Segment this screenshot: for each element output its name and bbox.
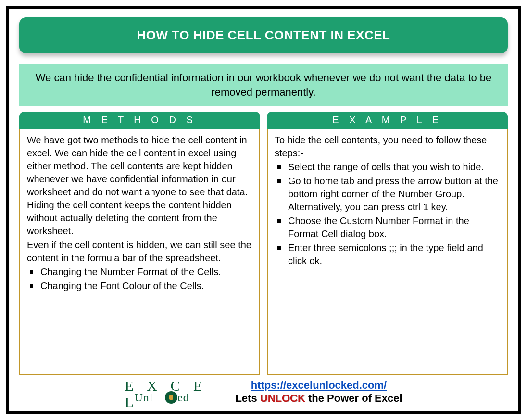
title-banner: HOW TO HIDE CELL CONTENT IN EXCEL [19,17,508,53]
intro-text: We can hide the confidential information… [36,72,492,98]
methods-para-2: Even if the cell content is hidden, we c… [27,239,252,265]
page-frame: HOW TO HIDE CELL CONTENT IN EXCEL We can… [6,6,521,414]
example-intro: To hide the cell contents, you need to f… [275,134,500,160]
methods-bullet-list: Changing the Number Format of the Cells.… [27,266,252,293]
tagline-pre: Lets [235,392,260,404]
tagline-post: the Power of Excel [305,392,402,404]
logo-bottom-left: Unl [134,391,153,404]
example-step-list: Select the range of cells that you wish … [275,161,500,267]
methods-para-1: We have got two methods to hide the cell… [27,134,252,238]
list-item: Go to home tab and press the arrow butto… [288,175,500,214]
example-body: To hide the cell contents, you need to f… [267,129,508,375]
methods-header: M E T H O D S [19,112,260,129]
brand-logo: E X C E L Unloocked [125,378,221,406]
intro-box: We can hide the confidential information… [19,64,508,106]
footer-text: https://excelunlocked.com/ Lets UNLOCK t… [235,379,402,405]
footer: E X C E L Unloocked https://excelunlocke… [19,375,508,406]
tagline-highlight: UNLOCK [260,392,305,404]
example-column: E X A M P L E To hide the cell contents,… [267,112,508,375]
methods-header-label: M E T H O D S [83,115,197,125]
logo-bottom-text: Unloocked [134,391,189,404]
methods-column: M E T H O D S We have got two methods to… [19,112,260,375]
list-item: Changing the Font Colour of the Cells. [40,280,252,293]
methods-body: We have got two methods to hide the cell… [19,129,260,375]
example-header: E X A M P L E [267,112,508,129]
list-item: Select the range of cells that you wish … [288,161,500,174]
page-title: HOW TO HIDE CELL CONTENT IN EXCEL [137,28,390,42]
example-header-label: E X A M P L E [332,115,442,125]
site-link[interactable]: https://excelunlocked.com/ [251,379,387,391]
list-item: Choose the Custom Number Format in the F… [288,215,500,241]
list-item: Enter three semicolons ;;; in the type f… [288,242,500,267]
list-item: Changing the Number Format of the Cells. [40,266,252,279]
tagline: Lets UNLOCK the Power of Excel [235,392,402,404]
columns-row: M E T H O D S We have got two methods to… [19,112,508,375]
